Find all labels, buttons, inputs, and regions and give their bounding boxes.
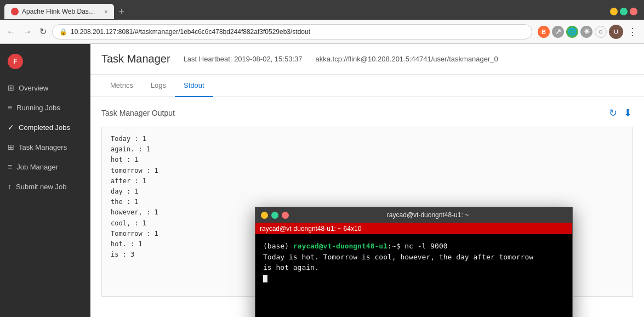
content-area: Task Manager Output ↻ ⬇ Today : 1 again.… — [90, 97, 644, 317]
terminal-prompt-line: (base) raycad@vt-duongnt48-u1:~$ nc -l 9… — [263, 241, 565, 252]
terminal-title: raycad@vt-duongnt48-u1: ~ — [289, 211, 567, 219]
extension-circle-icon[interactable]: ○ — [595, 26, 607, 38]
output-title: Task Manager Output — [101, 109, 175, 117]
terminal-window-controls — [261, 212, 289, 219]
refresh-button[interactable]: ↻ — [608, 106, 618, 120]
tab-title: Apache Flink Web Dashb... — [22, 8, 99, 15]
extension-b-icon[interactable]: B — [538, 26, 550, 38]
terminal-cursor — [263, 275, 267, 282]
sidebar-item-running-jobs[interactable]: ≡ Running Jobs — [0, 98, 90, 117]
tab-close-button[interactable]: × — [104, 8, 107, 15]
main-content: Task Manager Last Heartbeat: 2019-08-02,… — [90, 44, 644, 317]
tab-navigation: Metrics Logs Stdout — [90, 75, 644, 97]
akka-address: akka.tcp://flink@10.208.201.5:44741/user… — [315, 55, 498, 63]
extension-g-icon[interactable]: 🌐 — [566, 26, 578, 38]
user-avatar[interactable]: U — [609, 25, 623, 39]
terminal-minimize-button[interactable] — [261, 212, 268, 219]
job-manager-icon: ≡ — [8, 162, 12, 171]
output-header: Task Manager Output ↻ ⬇ — [101, 106, 633, 120]
page-title: Task Manager — [101, 53, 170, 65]
browser-chrome: Apache Flink Web Dashb... × + ← → ↻ 🔒 10… — [0, 0, 644, 44]
url-text: 10.208.201.127:8081/#/taskmanager/1eb4c6… — [71, 28, 310, 36]
task-manager-header: Task Manager Last Heartbeat: 2019-08-02,… — [90, 44, 644, 75]
running-jobs-icon: ≡ — [8, 103, 12, 112]
heartbeat-label: Last Heartbeat: 2019-08-02, 15:53:37 — [184, 55, 303, 63]
task-manager-meta: Last Heartbeat: 2019-08-02, 15:53:37 akk… — [184, 55, 498, 63]
app-layout: F ⊞ Overview ≡ Running Jobs ✓ Completed … — [0, 44, 644, 317]
overview-icon: ⊞ — [8, 83, 14, 92]
terminal-tab-bar: raycad@vt-duongnt48-u1: ~ 64x10 — [255, 223, 572, 234]
tab-bar: Apache Flink Web Dashb... × + — [0, 0, 644, 20]
browser-extensions: B ↗ 🌐 ✳ ○ U ⋮ — [538, 25, 640, 39]
terminal-base-label: (base) — [263, 242, 293, 250]
terminal-tab[interactable]: raycad@vt-duongnt48-u1: ~ 64x10 — [260, 225, 361, 233]
window-controls — [610, 8, 640, 15]
sidebar-item-label: Job Manager — [16, 163, 58, 171]
download-button[interactable]: ⬇ — [623, 106, 633, 120]
window-close-button[interactable] — [630, 8, 637, 15]
sidebar-item-label: Running Jobs — [16, 104, 60, 112]
terminal-user-host: raycad@vt-duongnt48-u1 — [293, 242, 387, 250]
list-item: after : 1 — [111, 176, 624, 186]
terminal-close-button[interactable] — [282, 212, 289, 219]
terminal-command: nc -l 9000 — [400, 242, 447, 250]
new-tab-button[interactable]: + — [114, 5, 129, 19]
terminal-path: :~$ — [387, 242, 400, 250]
address-bar: ← → ↻ 🔒 10.208.201.127:8081/#/taskmanage… — [0, 20, 644, 44]
task-managers-icon: ⊞ — [8, 143, 14, 151]
list-item: day : 1 — [111, 186, 624, 197]
sidebar-item-label: Overview — [19, 84, 48, 92]
terminal-output-line1: Today is hot. Tomorrow is cool, however,… — [263, 252, 565, 263]
list-item: Today : 1 — [111, 134, 624, 144]
sidebar-item-overview[interactable]: ⊞ Overview — [0, 78, 90, 98]
submit-job-icon: ↑ — [8, 182, 12, 191]
sidebar-item-job-manager[interactable]: ≡ Job Manager — [0, 157, 90, 177]
list-item: hot : 1 — [111, 155, 624, 165]
sidebar: F ⊞ Overview ≡ Running Jobs ✓ Completed … — [0, 44, 90, 317]
output-actions: ↻ ⬇ — [608, 106, 633, 120]
url-bar[interactable]: 🔒 10.208.201.127:8081/#/taskmanager/1eb4… — [52, 24, 532, 39]
sidebar-item-label: Task Managers — [19, 143, 67, 151]
completed-jobs-icon: ✓ — [8, 123, 14, 132]
list-item: the : 1 — [111, 197, 624, 207]
sidebar-item-task-managers[interactable]: ⊞ Task Managers — [0, 137, 90, 157]
forward-button[interactable]: → — [21, 26, 34, 38]
back-button[interactable]: ← — [4, 26, 18, 38]
browser-menu-button[interactable]: ⋮ — [625, 26, 640, 38]
list-item: again. : 1 — [111, 144, 624, 155]
terminal-window: raycad@vt-duongnt48-u1: ~ raycad@vt-duon… — [255, 207, 573, 317]
terminal-output-line2: is hot again. — [263, 262, 565, 273]
terminal-maximize-button[interactable] — [271, 212, 278, 219]
list-item: tomorrow : 1 — [111, 166, 624, 176]
sidebar-item-label: Submit new Job — [16, 183, 67, 191]
terminal-titlebar: raycad@vt-duongnt48-u1: ~ — [255, 207, 572, 223]
tab-logs[interactable]: Logs — [142, 75, 175, 97]
terminal-body[interactable]: (base) raycad@vt-duongnt48-u1:~$ nc -l 9… — [255, 234, 572, 317]
tab-stdout[interactable]: Stdout — [175, 75, 213, 97]
reload-button[interactable]: ↻ — [37, 25, 49, 38]
tab-metrics[interactable]: Metrics — [101, 75, 142, 97]
extension-arrow-icon[interactable]: ↗ — [552, 26, 564, 38]
app-logo-icon: F — [8, 54, 23, 69]
favicon — [11, 8, 19, 15]
sidebar-item-completed-jobs[interactable]: ✓ Completed Jobs — [0, 117, 90, 137]
browser-tab-active[interactable]: Apache Flink Web Dashb... × — [4, 4, 114, 19]
sidebar-item-submit-job[interactable]: ↑ Submit new Job — [0, 177, 90, 196]
terminal-cursor-line — [263, 273, 565, 284]
sidebar-logo: F — [0, 48, 90, 78]
window-maximize-button[interactable] — [620, 8, 628, 15]
lock-icon: 🔒 — [59, 28, 67, 36]
extension-gear-icon[interactable]: ✳ — [580, 26, 592, 38]
sidebar-item-label: Completed Jobs — [19, 123, 70, 132]
window-minimize-button[interactable] — [610, 8, 618, 15]
